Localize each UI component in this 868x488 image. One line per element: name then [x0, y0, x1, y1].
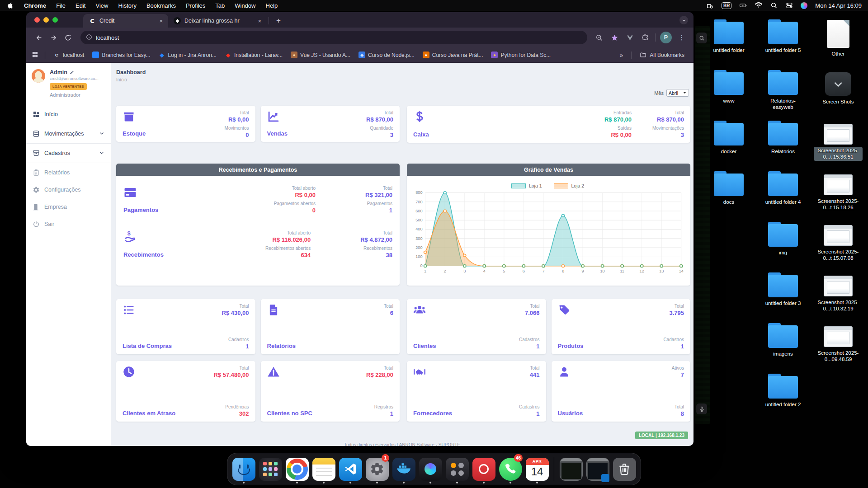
sidebar-item-empresa[interactable]: Empresa	[26, 198, 111, 216]
menu-bar-clock[interactable]: Mon 14 Apr 16:09	[815, 2, 862, 9]
menu-item-tab[interactable]: Tab	[215, 2, 225, 9]
window-zoom-button[interactable]	[52, 17, 58, 23]
bookmark-star-icon[interactable]	[609, 32, 620, 43]
new-tab-button[interactable]: +	[274, 16, 283, 25]
card-fornecedores[interactable]: FornecedoresTotal441Cadastros1	[407, 361, 546, 422]
desktop-icon-folder[interactable]: Relatorios-easyweb	[758, 70, 808, 111]
desktop-icon-folder[interactable]: docs	[703, 172, 754, 206]
bookmark-item[interactable]: ◆Log in - Jira Anron...	[155, 50, 220, 60]
menu-item-profiles[interactable]: Profiles	[186, 2, 205, 9]
status-mug-icon[interactable]	[706, 2, 714, 9]
menu-item-chrome[interactable]: Chrome	[24, 2, 46, 9]
bookmark-item[interactable]: ●Python for Data Sc...	[487, 50, 554, 60]
bookmark-item[interactable]: ●Curso Java na Prát...	[419, 50, 487, 60]
address-url[interactable]: localhost	[96, 34, 119, 41]
desktop-icon-shot[interactable]: Screenshot 2025-0...t 15.07.08	[813, 222, 863, 262]
dock-item-docker[interactable]	[391, 455, 416, 483]
bookmark-item[interactable]: ◆Installation - Larav...	[221, 50, 286, 60]
menu-item-edit[interactable]: Edit	[75, 2, 85, 9]
card-estoque[interactable]: EstoqueTotalR$ 0,00Movimentos0	[116, 106, 255, 142]
dock-item-calculator[interactable]	[444, 455, 470, 483]
sales-line-chart[interactable]: 0100200300400500600700800123456789101112…	[410, 189, 686, 276]
card-produtos[interactable]: ProdutosTotal3.795Cadastros1	[552, 299, 691, 354]
tab-search-button[interactable]	[679, 16, 688, 24]
spotlight-search-icon[interactable]	[770, 2, 778, 9]
desktop-icon-folder[interactable]: untitled folder	[703, 20, 754, 54]
card-lista-de-compras[interactable]: Lista de ComprasTotalR$ 430,00Cadastros1	[116, 299, 255, 354]
apps-grid-icon[interactable]	[32, 51, 38, 59]
legend-item[interactable]: Loja 1	[511, 183, 542, 188]
desktop-icon-doc[interactable]: Other	[813, 20, 863, 57]
month-select[interactable]: Abril	[666, 89, 689, 97]
menu-item-history[interactable]: History	[118, 2, 136, 9]
card-clientes-no-spc[interactable]: Clientes no SPCTotalR$ 228,00Registros1	[261, 361, 400, 422]
desktop-icon-folder[interactable]: imagens	[758, 324, 808, 357]
vue-devtools-extension-icon[interactable]	[624, 32, 635, 43]
window-close-button[interactable]	[34, 17, 40, 23]
sidebar-item-movimentacoes[interactable]: Movimentações	[26, 125, 111, 142]
browser-menu-icon[interactable]: ⋮	[676, 32, 687, 43]
profile-avatar[interactable]: P	[660, 32, 672, 43]
bookmark-item[interactable]: Branches for Easy...	[89, 50, 154, 60]
panel-row-pagamentos[interactable]: PagamentosTotal abertoR$ 0,00Pagamentos …	[123, 178, 392, 223]
dock-item-chrome[interactable]	[284, 455, 310, 483]
menu-item-window[interactable]: Window	[235, 2, 255, 9]
legend-item[interactable]: Loja 2	[554, 183, 585, 188]
desktop-icon-folder[interactable]: img	[758, 222, 808, 256]
desktop-icon-folder[interactable]: untitled folder 5	[758, 20, 808, 54]
battery-icon[interactable]	[739, 2, 747, 9]
desktop-icon-shot[interactable]: Screenshot 2025-0...09.48.59	[813, 324, 863, 363]
menu-item-file[interactable]: File	[56, 2, 66, 9]
dock-item-trash[interactable]	[612, 455, 637, 483]
desktop-icon-folder[interactable]: untitled folder 2	[758, 374, 808, 408]
desktop-icon-folder[interactable]: Relatorios	[758, 121, 808, 155]
sidebar-item-configuracoes[interactable]: Configurações	[26, 181, 111, 198]
sidebar-item-inicio[interactable]: Início	[26, 106, 111, 123]
dock-item-whatsapp[interactable]: 46	[498, 455, 523, 483]
tab-close-icon[interactable]: ×	[257, 18, 262, 24]
edit-pencil-icon[interactable]	[70, 70, 74, 75]
bookmark-item[interactable]: ●Vue JS - Usando A...	[287, 50, 354, 60]
sidebar-item-relatorios[interactable]: Relatórios	[26, 164, 111, 181]
desktop-icon-darkbox[interactable]: Screen Shots	[813, 70, 863, 105]
extensions-puzzle-icon[interactable]	[640, 32, 651, 43]
address-bar[interactable]: localhost	[80, 31, 587, 44]
browser-tab-2[interactable]: Deixar linha grossa hr×	[168, 14, 267, 28]
dock-item-launchpad[interactable]	[258, 455, 283, 483]
card-clientes-em-atraso[interactable]: Clientes em AtrasoTotalR$ 57.480,00Pendê…	[116, 361, 255, 422]
card-caixa[interactable]: CaixaEntradasR$ 870,00SaídasR$ 0,00Total…	[407, 106, 690, 143]
find-in-page-icon[interactable]	[594, 32, 604, 43]
desktop-icon-folder[interactable]: untitled folder 4	[758, 172, 808, 206]
dock-item-calendar[interactable]: APR14	[524, 455, 550, 483]
bookmarks-overflow-button[interactable]: »	[616, 52, 627, 59]
menu-item-bookmarks[interactable]: Bookmarks	[146, 2, 176, 9]
sidebar-item-sair[interactable]: Sair	[26, 216, 111, 233]
apple-menu-icon[interactable]	[6, 2, 14, 9]
menu-item-help[interactable]: Help	[266, 2, 278, 9]
menu-item-view[interactable]: View	[95, 2, 108, 9]
siri-icon[interactable]	[801, 2, 807, 9]
card-usua-rios[interactable]: UsuáriosAtivos7Total8	[552, 361, 691, 422]
desktop-icon-folder[interactable]: docker	[703, 121, 754, 155]
card-clientes[interactable]: ClientesTotal7.066Cadastros1	[407, 299, 546, 354]
tab-close-icon[interactable]: ×	[158, 18, 164, 24]
control-center-icon[interactable]	[785, 2, 793, 9]
reload-button[interactable]	[61, 31, 74, 44]
back-button[interactable]	[33, 31, 45, 44]
wifi-icon[interactable]	[755, 2, 762, 9]
sidebar-item-cadastros[interactable]: Cadastros	[26, 145, 111, 162]
window-minimize-button[interactable]	[43, 17, 49, 23]
bookmark-item[interactable]: Clocalhost	[50, 50, 88, 60]
card-vendas[interactable]: VendasTotalR$ 870,00Quantidade3	[261, 106, 400, 142]
desktop-icon-folder[interactable]: www	[703, 70, 754, 104]
dock-item-notes[interactable]	[311, 455, 336, 483]
forward-button[interactable]	[47, 31, 60, 44]
dock-item-window-thumb-1[interactable]	[558, 455, 584, 483]
all-bookmarks-button[interactable]: All Bookmarks	[636, 50, 688, 60]
browser-tab-1[interactable]: CCredit×	[83, 14, 168, 28]
dock-item-app-red[interactable]	[471, 455, 496, 483]
desktop-icon-folder[interactable]: untitled folder 3	[758, 273, 808, 307]
desktop-icon-shot[interactable]: Screenshot 2025-0...t 15.18.26	[813, 172, 863, 211]
dock-item-settings[interactable]: 1	[364, 455, 390, 483]
card-relato-rios[interactable]: RelatóriosTotal6	[261, 299, 400, 354]
